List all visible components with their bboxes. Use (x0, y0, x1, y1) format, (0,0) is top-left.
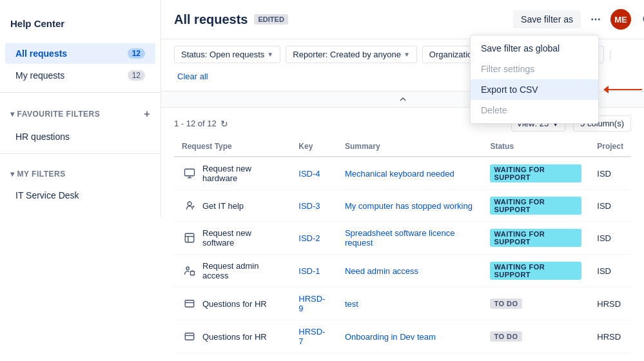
cell-project: ISD (589, 157, 631, 190)
cell-summary: Mechanical keyboard needed (337, 157, 482, 190)
status-filter[interactable]: Status: Open requests ▼ (174, 46, 280, 63)
sidebar-item-hr-questions[interactable]: HR questions (5, 126, 155, 147)
sidebar-item-it-service-desk[interactable]: IT Service Desk (5, 185, 155, 206)
requests-table: Request Type Key Summary Status Project … (174, 137, 631, 361)
cell-project: HRSD (589, 353, 631, 362)
sidebar-item-all-requests-label: All requests (15, 48, 128, 59)
topbar-right: Save filter as ME Save filter as global … (513, 9, 631, 30)
summary-link[interactable]: Onboarding in Dev team (345, 332, 436, 342)
table-meta-left: 1 - 12 of 12 ↻ (174, 119, 228, 129)
dropdown-item-filter-settings: Filter settings (471, 59, 598, 79)
topbar-left: All requests EDITED (174, 12, 288, 27)
table-area: 1 - 12 of 12 ↻ View: 25 ▼ 5 column(s) Re… (161, 108, 644, 361)
cell-key: ISD-2 (291, 222, 337, 255)
svg-point-0 (591, 19, 593, 21)
save-filter-as-button[interactable]: Save filter as (513, 10, 581, 28)
svg-rect-17 (185, 300, 194, 307)
request-type-label: Request admin access (202, 261, 283, 280)
summary-link[interactable]: My computer has stopped working (345, 201, 473, 211)
ellipsis-icon (590, 14, 601, 25)
key-link[interactable]: HRSD-9 (298, 294, 325, 313)
key-link[interactable]: HRSD-7 (298, 327, 325, 346)
table-row: Get IT help ISD-3 My computer has stoppe… (174, 190, 631, 222)
table-range: 1 - 12 of 12 (174, 119, 217, 128)
sidebar-title: Help Center (0, 10, 161, 37)
request-type-label: Request new hardware (202, 164, 283, 183)
key-link[interactable]: ISD-4 (298, 169, 320, 179)
cell-summary: Trip to Seul (337, 353, 482, 362)
key-link[interactable]: ISD-1 (298, 266, 320, 276)
dropdown-item-delete: Delete (471, 100, 598, 121)
avatar[interactable]: ME (610, 9, 631, 30)
dropdown-item-export-csv[interactable]: Export to CSV (471, 79, 598, 100)
request-type-label: Get IT help (202, 201, 244, 211)
sidebar: Help Center All requests 12 My requests … (0, 0, 161, 361)
cell-status: WAITING FOR SUPPORT (482, 255, 589, 288)
sidebar-item-hr-questions-label: HR questions (15, 132, 145, 142)
svg-point-8 (188, 202, 191, 206)
col-summary: Summary (337, 137, 482, 157)
svg-point-2 (598, 19, 600, 21)
cell-summary: test (337, 288, 482, 320)
summary-link[interactable]: Mechanical keyboard needed (345, 169, 454, 179)
cell-request-type: Questions for HR (174, 288, 291, 320)
collapse-icon (398, 94, 408, 104)
dropdown-menu: Save filter as global Filter settings Ex… (470, 35, 599, 124)
request-type-icon (182, 329, 197, 344)
add-favourite-filter-icon[interactable]: + (144, 108, 150, 120)
col-key: Key (291, 137, 337, 157)
dropdown-item-save-global[interactable]: Save filter as global (471, 38, 598, 59)
more-options-button[interactable] (586, 10, 605, 29)
reporter-filter[interactable]: Reporter: Created by anyone ▼ (286, 46, 417, 63)
request-type-icon (182, 166, 197, 181)
page-title: All requests (174, 12, 248, 27)
reporter-filter-label: Reporter: Created by anyone (293, 50, 401, 59)
table-row: Questions for HR HRSD-6 Trip to Seul TO … (174, 353, 631, 362)
request-type-label: Questions for HR (202, 332, 267, 342)
cell-request-type: Questions for HR (174, 353, 291, 362)
search-button[interactable] (636, 8, 644, 31)
cell-summary: My computer has stopped working (337, 190, 482, 222)
request-type-label: Request new software (202, 228, 283, 248)
cell-summary: Spreadsheet software licence request (337, 222, 482, 255)
table-row: Questions for HR HRSD-7 Onboarding in De… (174, 320, 631, 353)
cell-key: HRSD-6 (291, 353, 337, 362)
request-type-icon (182, 263, 197, 278)
topbar: All requests EDITED Save filter as ME Sa… (161, 0, 644, 39)
key-link[interactable]: ISD-3 (298, 201, 320, 211)
cell-key: HRSD-9 (291, 288, 337, 320)
summary-link[interactable]: Spreadsheet software licence request (345, 228, 455, 248)
cell-status: TO DO (482, 320, 589, 353)
cell-request-type: Request new hardware (174, 157, 291, 190)
cell-summary: Onboarding in Dev team (337, 320, 482, 353)
cell-status: WAITING FOR SUPPORT (482, 222, 589, 255)
key-link[interactable]: ISD-2 (298, 233, 320, 243)
status-badge: TO DO (490, 331, 522, 342)
sidebar-item-all-requests[interactable]: All requests 12 (5, 43, 155, 64)
status-badge: TO DO (490, 298, 522, 309)
cell-key: HRSD-7 (291, 320, 337, 353)
cell-project: ISD (589, 222, 631, 255)
reporter-filter-chevron: ▼ (404, 51, 410, 58)
cell-request-type: Request admin access (174, 255, 291, 288)
table-row: Questions for HR HRSD-9 test TO DO HRSD (174, 288, 631, 320)
clear-all-button[interactable]: Clear all (174, 68, 211, 84)
cell-project: HRSD (589, 288, 631, 320)
svg-rect-5 (185, 169, 195, 176)
cell-key: ISD-4 (291, 157, 337, 190)
cell-project: HRSD (589, 320, 631, 353)
sidebar-item-my-requests[interactable]: My requests 12 (5, 65, 155, 86)
summary-link[interactable]: test (345, 299, 358, 309)
refresh-icon[interactable]: ↻ (220, 119, 228, 129)
col-request-type: Request Type (174, 137, 291, 157)
status-badge: WAITING FOR SUPPORT (490, 197, 581, 215)
cell-key: ISD-1 (291, 255, 337, 288)
svg-rect-11 (185, 233, 194, 242)
col-status: Status (482, 137, 589, 157)
table-row: Request new hardware ISD-4 Mechanical ke… (174, 157, 631, 190)
svg-rect-15 (191, 271, 195, 275)
sidebar-item-it-service-desk-label: IT Service Desk (15, 190, 145, 200)
summary-link[interactable]: Need admin access (345, 266, 418, 276)
request-type-icon (182, 296, 197, 311)
table-row: Request admin access ISD-1 Need admin ac… (174, 255, 631, 288)
